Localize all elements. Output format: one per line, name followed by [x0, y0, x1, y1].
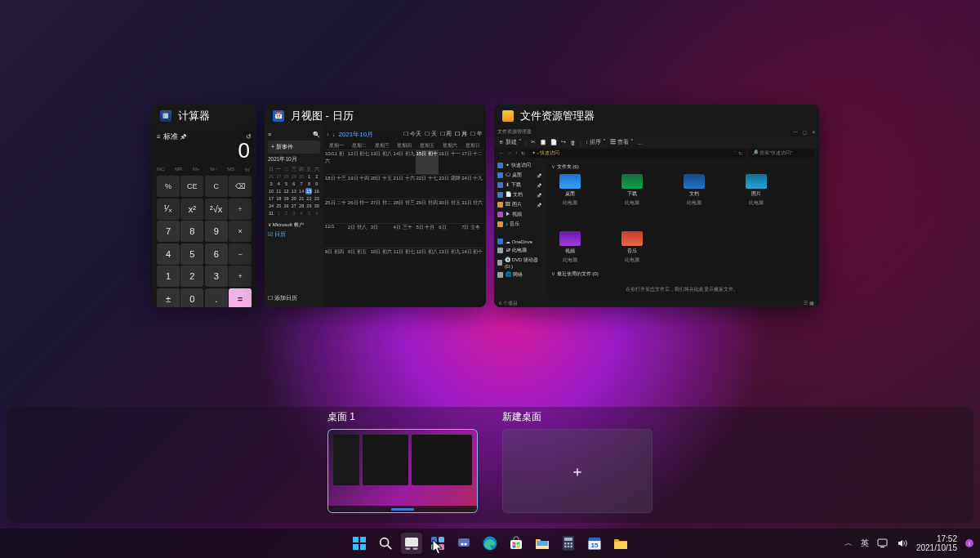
new-desktop-button[interactable]: ＋ [502, 429, 653, 513]
window-calendar[interactable]: 📅 月视图 - 日历 ≡ 🔍 + 新事件 2021年10月 日一二三四五六262… [265, 105, 486, 307]
cal-view-tab[interactable]: ☐ 年 [470, 131, 483, 138]
desktop-thumbnail[interactable] [327, 429, 478, 513]
window-titlebar[interactable]: ▦ 计算器 [152, 105, 256, 127]
nav-menu-icon[interactable]: ≡ [268, 132, 271, 138]
calc-key[interactable]: ⌫ [229, 176, 252, 197]
folder-item[interactable]: 音乐此电脑 [613, 231, 651, 264]
taskbar-search-icon[interactable] [375, 533, 396, 554]
search-box[interactable]: 🔎 搜索"快速访问" [749, 150, 814, 158]
calendar-day-cell[interactable]: 19日 十四 [348, 174, 371, 199]
window-titlebar[interactable]: 📅 月视图 - 日历 [265, 105, 486, 127]
desktop-1[interactable]: 桌面 1 [327, 410, 478, 513]
calendar-day-cell[interactable]: 31日 廿六 [461, 199, 484, 223]
taskbar-chat-icon[interactable] [453, 533, 474, 554]
calendar-item[interactable]: ☑ 日历 [268, 231, 320, 239]
taskbar-clock[interactable]: 17:52 2021/10/15 [916, 534, 957, 552]
pin-icon[interactable]: 📌 [180, 134, 187, 141]
nav-pane-item[interactable]: 💿 DVD 驱动器 (D:) [497, 257, 541, 269]
toolbar-button[interactable]: ✂ [531, 139, 536, 145]
calendar-day-cell[interactable]: 14日 初九 [394, 150, 416, 174]
nav-down-icon[interactable]: ↓ [332, 132, 335, 137]
new-desktop[interactable]: 新建桌面 ＋ [502, 410, 653, 513]
toolbar-button[interactable]: ↪ [561, 139, 566, 145]
calc-key[interactable]: 9 [205, 221, 228, 242]
volume-icon[interactable] [897, 538, 908, 548]
calendar-day-cell[interactable]: 21日 十六 [394, 174, 416, 199]
calendar-day-cell[interactable]: 17日 十二 [461, 150, 484, 174]
calendar-day-cell[interactable]: 16日 十一 [439, 150, 461, 174]
calendar-day-cell[interactable]: 20日 十五 [371, 174, 394, 199]
window-file-explorer[interactable]: 文件资源管理器 文件资源管理器—◻✕ ⊕ 新建 ˅|✂📋📄↪🗑|↕ 排序 ˅☰ … [494, 105, 819, 307]
calc-key[interactable]: . [205, 288, 228, 308]
calc-key[interactable]: % [157, 176, 180, 197]
tray-chevron-icon[interactable]: ︿ [844, 538, 853, 549]
toolbar-button[interactable]: 🗑 [570, 140, 576, 145]
taskbar-calc-icon[interactable] [558, 533, 579, 554]
calc-key[interactable]: x² [180, 199, 203, 220]
recent-group-header[interactable]: ∨ 最近使用的文件 (0) [551, 270, 813, 278]
notification-icon[interactable]: i [965, 539, 973, 547]
calc-key[interactable]: 4 [157, 243, 180, 265]
calc-key[interactable]: 6 [205, 243, 228, 265]
calc-mem-key[interactable]: MS [227, 167, 234, 172]
calendar-day-cell[interactable]: 2日 廿八 [348, 223, 371, 248]
folder-item[interactable]: 下载此电脑 [613, 174, 651, 207]
nav-button[interactable]: ← [499, 150, 504, 156]
nav-pane-item[interactable]: ♪ 音乐 [497, 221, 541, 228]
toolbar-button[interactable]: 📄 [550, 139, 557, 145]
calc-mem-key[interactable]: M− [210, 167, 217, 172]
explorer-nav-pane[interactable]: ✦ 快速访问🖵 桌面📌⬇ 下载📌📄 文档📌🖼 图片📌▶ 视频♪ 音乐☁ OneD… [494, 158, 545, 299]
nav-button[interactable]: ↑ [515, 150, 518, 156]
calc-key[interactable]: CE [180, 176, 203, 197]
window-titlebar[interactable]: 文件资源管理器 [494, 105, 819, 127]
taskbar-start-icon[interactable] [349, 533, 370, 554]
toolbar-button[interactable]: ↕ 排序 ˅ [586, 139, 606, 146]
min-icon[interactable]: — [793, 129, 798, 135]
folder-item[interactable]: 桌面此电脑 [551, 174, 589, 207]
calendar-day-cell[interactable]: 14日 初十 [461, 248, 484, 272]
folder-group-header[interactable]: ∨ 文件夹 (6) [551, 163, 813, 171]
cal-view-tab[interactable]: ☐ 天 [425, 131, 437, 138]
calc-key[interactable]: × [229, 221, 252, 242]
nav-button[interactable]: → [507, 150, 512, 156]
calendar-day-cell[interactable]: 24日 十九 [461, 174, 484, 199]
calendar-day-cell[interactable]: 28日 廿三 [394, 199, 416, 223]
calc-mem-key[interactable]: M+ [193, 167, 200, 172]
toolbar-button[interactable]: ☰ 查看 ˅ [610, 139, 634, 146]
calc-key[interactable]: ²√x [205, 199, 228, 220]
folder-item[interactable]: 图片此电脑 [737, 174, 775, 207]
taskbar-taskview-icon[interactable] [401, 533, 422, 554]
toolbar-button[interactable]: … [638, 140, 644, 145]
calc-mem-key[interactable]: MR [175, 167, 182, 172]
calc-key[interactable]: = [229, 288, 252, 308]
taskbar-store-icon[interactable] [506, 533, 527, 554]
calendar-day-cell[interactable]: 13日 初八 [371, 150, 394, 174]
calendar-day-cell[interactable]: 27日 廿二 [371, 199, 394, 223]
calendar-day-cell[interactable]: 23日 霜降 [439, 174, 461, 199]
close-icon[interactable]: ✕ [812, 129, 816, 135]
calendar-day-cell[interactable]: 15日 初十 [416, 150, 439, 174]
nav-pane-item[interactable]: 📄 文档📌 [497, 191, 541, 199]
toolbar-button[interactable]: ⊕ 新建 ˅ [499, 139, 522, 146]
window-calculator[interactable]: ▦ 计算器 ≡ 标准 📌 ↺ 0 MCMRM+M−MSM˅ %CEC⌫¹⁄ₓx²… [152, 105, 256, 307]
nav-pane-item[interactable]: 🖼 图片📌 [497, 201, 541, 208]
cal-view-tab[interactable]: ☐ 月 [455, 131, 467, 138]
search-icon[interactable]: 🔍 [313, 132, 320, 138]
add-calendar[interactable]: ☐ 添加日历 [268, 295, 320, 302]
explorer-content[interactable]: ∨ 文件夹 (6) 桌面此电脑下载此电脑文档此电脑图片此电脑视频此电脑音乐此电脑… [545, 158, 819, 299]
calc-mem-key[interactable]: MC [157, 167, 164, 172]
max-icon[interactable]: ◻ [803, 129, 807, 135]
calendar-day-cell[interactable]: 4日 三十 [394, 223, 416, 248]
calc-key[interactable]: 1 [157, 266, 180, 287]
nav-pane-item[interactable]: ⬇ 下载📌 [497, 181, 541, 189]
ime-indicator[interactable]: 英 [861, 538, 869, 549]
new-event-button[interactable]: + 新事件 [268, 141, 320, 154]
calendar-day-cell[interactable]: 8日 初四 [325, 248, 348, 272]
calendar-day-cell[interactable]: 9日 初五 [348, 248, 371, 272]
calc-key[interactable]: − [229, 243, 252, 265]
calc-key[interactable]: 3 [205, 266, 228, 287]
taskbar-folder-icon[interactable] [610, 533, 631, 554]
mini-calendar[interactable]: 日一二三四五六262728293012345678910111213141516… [268, 166, 320, 217]
calendar-day-cell[interactable]: 11/1 [325, 223, 348, 248]
network-icon[interactable] [877, 538, 889, 548]
